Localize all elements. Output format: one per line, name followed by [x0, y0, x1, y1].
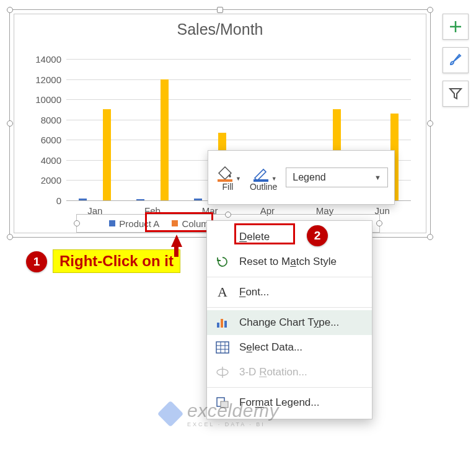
chevron-down-icon: ▼: [271, 176, 277, 182]
y-tick-label: 6000: [41, 135, 61, 145]
outline-label: Outline: [250, 182, 277, 192]
menu-separator: [207, 387, 372, 388]
y-tick-label: 2000: [41, 175, 61, 186]
filter-icon: [449, 87, 462, 101]
resize-handle-ne[interactable]: [427, 7, 433, 13]
paint-bucket-icon: [214, 163, 234, 182]
svg-rect-5: [216, 342, 229, 353]
selector-value: Legend: [293, 172, 325, 183]
chart-bar[interactable]: [194, 199, 202, 200]
gridline: [66, 99, 411, 100]
y-tick-label: 12000: [35, 74, 61, 84]
plus-icon: [448, 19, 463, 34]
resize-handle-se[interactable]: [427, 234, 433, 240]
resize-handle-n[interactable]: [217, 7, 223, 13]
chart-bar[interactable]: [79, 199, 87, 200]
svg-rect-4: [224, 321, 227, 328]
chart-element-selector[interactable]: Legend ▼: [286, 168, 388, 187]
rotate-3d-icon: [214, 365, 231, 379]
ctx-delete[interactable]: Delete: [207, 225, 372, 249]
mini-toolbar: ▼ Fill ▼ Outline Legend ▼: [208, 150, 395, 205]
gridline: [66, 79, 411, 80]
fill-button[interactable]: ▼ Fill: [214, 163, 241, 192]
chart-bar[interactable]: [136, 199, 144, 200]
y-tick-label: 0: [56, 195, 61, 206]
ctx-change-chart-type[interactable]: Change Chart Type...: [207, 310, 372, 335]
annotation-arrow-icon: [171, 235, 182, 247]
font-icon: A: [214, 285, 231, 299]
menu-separator: [207, 277, 372, 277]
menu-separator: [207, 307, 372, 308]
legend-swatch: [172, 220, 178, 226]
blank-icon: [214, 230, 231, 244]
gridline: [66, 140, 411, 140]
legend-label: Product A: [119, 218, 159, 229]
brush-icon: [447, 52, 464, 68]
ctx-label: Reset to Match Style: [239, 256, 337, 268]
ctx-label: Delete: [239, 231, 270, 243]
annotation-callout: Right-Click on it: [53, 249, 180, 273]
legend-handle-n[interactable]: [225, 212, 231, 218]
resize-handle-w[interactable]: [7, 120, 13, 127]
chart-title[interactable]: Sales/Month: [14, 20, 426, 38]
ctx-3d-rotation: 3-D Rotation...: [207, 360, 372, 385]
ctx-font[interactable]: A Font...: [207, 280, 372, 305]
legend-item-product-a[interactable]: Product A: [109, 218, 159, 229]
annotation-badge-1: 1: [26, 251, 47, 272]
chevron-down-icon: ▼: [374, 174, 381, 181]
watermark-logo-icon: [157, 401, 183, 427]
svg-rect-3: [221, 319, 223, 328]
annotation-badge-2: 2: [307, 225, 328, 246]
chart-type-icon: [214, 316, 231, 329]
gridline: [66, 120, 411, 120]
context-menu: Delete Reset to Match Style A Font... Ch…: [206, 220, 372, 419]
pen-icon: [250, 163, 270, 182]
watermark: exceldemy EXCEL · DATA · BI: [161, 400, 279, 427]
chart-styles-button[interactable]: [443, 47, 469, 73]
ctx-reset-to-match-style[interactable]: Reset to Match Style: [207, 249, 372, 274]
gridline: [66, 59, 411, 60]
svg-rect-2: [217, 323, 219, 328]
outline-button[interactable]: ▼ Outline: [250, 163, 277, 192]
y-tick-label: 4000: [41, 154, 61, 165]
y-tick-label: 10000: [35, 94, 61, 105]
chart-filters-button[interactable]: [443, 81, 469, 107]
select-data-icon: [214, 341, 231, 354]
y-tick-label: 8000: [41, 114, 61, 125]
watermark-tagline: EXCEL · DATA · BI: [187, 421, 279, 427]
chart-elements-button[interactable]: [443, 14, 469, 40]
fill-label: Fill: [223, 182, 234, 192]
legend-handle-e[interactable]: [376, 220, 382, 226]
ctx-label: Select Data...: [239, 341, 302, 354]
chevron-down-icon: ▼: [236, 176, 241, 182]
ctx-label: Change Chart Type...: [239, 316, 339, 329]
chart-bar[interactable]: [161, 79, 169, 200]
ctx-label: Font...: [239, 286, 269, 298]
legend-handle-w[interactable]: [74, 220, 80, 226]
annotation-arrow-stem: [174, 246, 178, 257]
y-tick-label: 14000: [35, 54, 61, 65]
legend-swatch: [109, 220, 115, 226]
resize-handle-sw[interactable]: [7, 234, 13, 240]
resize-handle-e[interactable]: [427, 120, 433, 127]
ctx-select-data[interactable]: Select Data...: [207, 335, 372, 360]
ctx-label: 3-D Rotation...: [239, 366, 307, 378]
watermark-brand: exceldemy: [187, 400, 279, 421]
chart-bar[interactable]: [103, 109, 111, 200]
resize-handle-nw[interactable]: [7, 7, 13, 13]
reset-icon: [214, 255, 231, 269]
